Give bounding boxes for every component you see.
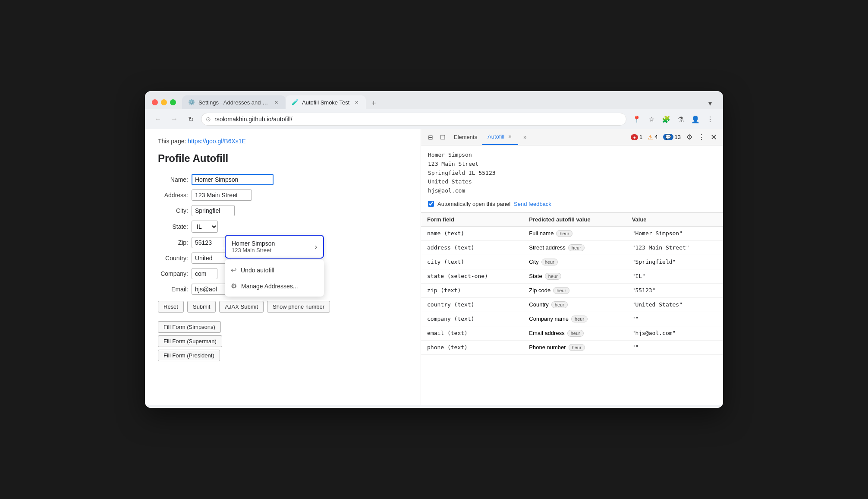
form-row-address: Address: <box>158 189 408 201</box>
autocomplete-arrow-icon: › <box>315 243 317 251</box>
table-row: country (text) Country heur "United Stat… <box>421 297 723 312</box>
table-row: state (select-one) State heur "IL" <box>421 269 723 283</box>
devtools-more-button[interactable]: ⋮ <box>695 131 708 143</box>
predicted-cell: Street address heur <box>523 240 626 255</box>
address-bar[interactable]: ⊙ rsolomakhin.github.io/autofill/ <box>201 113 626 126</box>
undo-autofill-item[interactable]: ↩ Undo autofill <box>225 262 324 278</box>
tab-elements[interactable]: Elements <box>449 129 482 145</box>
city-input[interactable] <box>192 205 235 216</box>
heur-badge: heur <box>545 273 561 280</box>
account-icon[interactable]: 👤 <box>689 113 701 125</box>
devtools-panel: ⊟ ☐ Elements Autofill ✕ » ● 1 <box>421 129 723 405</box>
settings-tab-close[interactable]: ✕ <box>273 99 280 106</box>
table-row: phone (text) Phone number heur "" <box>421 340 723 354</box>
value-cell: "United States" <box>626 297 723 312</box>
value-cell: "55123" <box>626 283 723 297</box>
predicted-text: Email address <box>529 330 564 336</box>
info-badge: 💬 13 <box>660 134 683 140</box>
elements-tab-label: Elements <box>454 134 477 140</box>
fill-simpsons-button[interactable]: Fill Form (Simpsons) <box>158 321 221 333</box>
state-select[interactable]: IL <box>192 221 218 233</box>
show-phone-button[interactable]: Show phone number <box>267 301 330 313</box>
predicted-text: Country <box>529 301 549 308</box>
field-cell: country (text) <box>421 297 523 312</box>
autocomplete-suggestion[interactable]: Homer Simpson 123 Main Street › <box>225 235 324 259</box>
value-cell: "123 Main Street" <box>626 240 723 255</box>
address-input[interactable] <box>192 189 252 201</box>
devtools-close-button[interactable]: ✕ <box>708 131 720 143</box>
devtools-settings-button[interactable]: ⚙ <box>683 131 695 143</box>
page-panel: This page: https://goo.gl/B6Xs1E Profile… <box>145 129 421 405</box>
value-cell: "hjs@aol.com" <box>626 326 723 340</box>
value-cell: "IL" <box>626 269 723 283</box>
more-menu-icon[interactable]: ⋮ <box>704 113 716 125</box>
field-cell: city (text) <box>421 255 523 269</box>
fill-superman-button[interactable]: Fill Form (Superman) <box>158 335 222 347</box>
lab-icon[interactable]: ⚗ <box>675 113 687 125</box>
autofill-header: Homer Simpson 123 Main Street Springfiel… <box>421 145 723 213</box>
tab-settings[interactable]: ⚙️ Settings - Addresses and mo ✕ <box>182 95 286 109</box>
submit-button[interactable]: Submit <box>187 301 216 313</box>
predicted-cell: Full name heur <box>523 226 626 240</box>
maximize-window-button[interactable] <box>170 99 176 105</box>
form-row-name: Name: <box>158 174 408 185</box>
auto-open-checkbox[interactable] <box>428 201 434 207</box>
autofill-tab-close-small[interactable]: ✕ <box>507 134 513 140</box>
company-label: Company: <box>158 270 188 277</box>
ajax-submit-button[interactable]: AJAX Submit <box>219 301 264 313</box>
autofill-table: Form field Predicted autofill value Valu… <box>421 213 723 355</box>
heur-badge: heur <box>541 259 558 265</box>
devtools-inspect-icon[interactable]: ⊟ <box>425 131 437 143</box>
field-cell: phone (text) <box>421 340 523 354</box>
warning-badge: ⚠ 4 <box>645 134 660 141</box>
predicted-text: City <box>529 259 538 265</box>
new-tab-button[interactable]: + <box>368 97 380 109</box>
heur-badge: heur <box>571 316 588 322</box>
predicted-text: Zip code <box>529 287 550 294</box>
tab-autofill[interactable]: 🧪 Autofill Smoke Test ✕ <box>286 95 366 109</box>
company-input[interactable] <box>192 268 217 279</box>
value-cell: "Springfield" <box>626 255 723 269</box>
profile-line3: Springfield IL 55123 <box>428 169 716 178</box>
manage-addresses-item[interactable]: ⚙ Manage Addresses... <box>225 278 324 294</box>
devtools-body: Homer Simpson 123 Main Street Springfiel… <box>421 145 723 405</box>
predicted-cell: Company name heur <box>523 312 626 326</box>
tab-dropdown-button[interactable]: ▾ <box>704 97 716 109</box>
email-input[interactable] <box>192 284 226 295</box>
send-feedback-link[interactable]: Send feedback <box>514 201 551 207</box>
autofill-tab-close[interactable]: ✕ <box>353 99 360 106</box>
tab-autofill-devtools[interactable]: Autofill ✕ <box>482 129 518 145</box>
autocomplete-popup[interactable]: Homer Simpson 123 Main Street › ↩ Undo a… <box>225 235 324 297</box>
col-header-field: Form field <box>421 213 523 227</box>
tab-more[interactable]: » <box>518 129 531 145</box>
autofill-tab-title: Autofill Smoke Test <box>302 99 349 106</box>
reset-button[interactable]: Reset <box>158 301 184 313</box>
page-url-link[interactable]: https://goo.gl/B6Xs1E <box>188 138 246 145</box>
minimize-window-button[interactable] <box>161 99 167 105</box>
table-row: city (text) City heur "Springfield" <box>421 255 723 269</box>
forward-button[interactable]: → <box>168 113 180 125</box>
back-button[interactable]: ← <box>152 113 164 125</box>
bookmark-icon[interactable]: ☆ <box>645 113 657 125</box>
extensions-icon[interactable]: 🧩 <box>660 113 672 125</box>
context-menu: ↩ Undo autofill ⚙ Manage Addresses... <box>225 259 324 297</box>
zip-input[interactable] <box>192 237 226 248</box>
heur-badge: heur <box>569 344 585 351</box>
devtools-tabs: Elements Autofill ✕ » <box>449 129 628 145</box>
value-cell: "" <box>626 340 723 354</box>
autofill-tab-icon: 🧪 <box>292 99 299 106</box>
tabs-row: ⚙️ Settings - Addresses and mo ✕ 🧪 Autof… <box>182 95 716 109</box>
address-bar-row: ← → ↻ ⊙ rsolomakhin.github.io/autofill/ … <box>145 109 723 129</box>
devtools-device-icon[interactable]: ☐ <box>437 131 449 143</box>
form-row-state: State: IL <box>158 221 408 233</box>
page-title: Profile Autofill <box>158 152 408 164</box>
table-row: name (text) Full name heur "Homer Simpso… <box>421 226 723 240</box>
undo-icon: ↩ <box>231 266 236 274</box>
close-window-button[interactable] <box>152 99 158 105</box>
location-icon[interactable]: 📍 <box>631 113 643 125</box>
fill-president-button[interactable]: Fill Form (President) <box>158 350 220 361</box>
name-input[interactable] <box>192 174 274 185</box>
autocomplete-text: Homer Simpson 123 Main Street <box>232 240 275 253</box>
refresh-button[interactable]: ↻ <box>185 113 197 125</box>
predicted-cell: City heur <box>523 255 626 269</box>
